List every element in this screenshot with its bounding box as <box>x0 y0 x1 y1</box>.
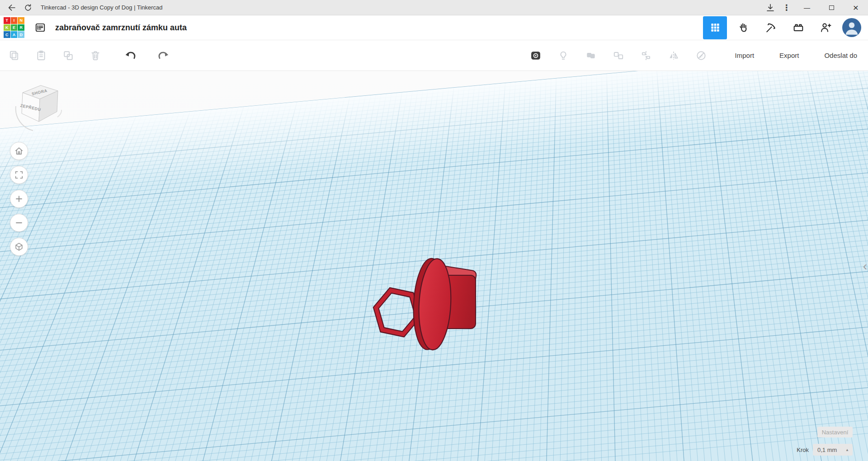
pickaxe-icon <box>764 21 777 34</box>
back-icon <box>7 3 17 13</box>
browser-menu-button[interactable]: ⋮ <box>778 1 795 14</box>
logo-tile: D <box>18 31 24 38</box>
minimize-button[interactable]: — <box>795 0 819 15</box>
zoom-in-button[interactable] <box>10 190 28 208</box>
tinkercad-logo[interactable]: TINKERCAD <box>4 17 24 38</box>
viewport-3d[interactable]: SHORA ZEPŘEDU <box>0 71 868 461</box>
snap-grid-label: Krok <box>797 447 809 453</box>
redo-icon <box>157 49 170 62</box>
paste-button[interactable] <box>31 46 51 66</box>
design-menu-button[interactable] <box>32 19 49 36</box>
shape-tools: Import Export Odeslat do <box>527 47 857 65</box>
logo-tile: K <box>4 24 10 31</box>
snap-grid-select[interactable]: 0,1 mm ▲ <box>813 444 853 456</box>
export-button[interactable]: Export <box>779 52 799 59</box>
ruler-button[interactable] <box>692 47 710 65</box>
gesture-button[interactable] <box>732 16 755 39</box>
design-title: zabraňovač zamrznutí zámku auta <box>55 23 187 33</box>
minecraft-export-button[interactable] <box>760 16 782 39</box>
window-title: Tinkercad - 3D design Copy of Dog | Tink… <box>41 4 163 11</box>
dashboard-grid-icon <box>709 22 721 33</box>
copy-button[interactable] <box>4 46 24 66</box>
person-plus-icon <box>820 21 832 34</box>
paste-icon <box>35 50 47 61</box>
send-to-button[interactable]: Odeslat do <box>824 52 857 59</box>
copy-icon <box>8 50 20 61</box>
brick-export-button[interactable] <box>787 16 810 39</box>
ruler-icon <box>695 50 707 61</box>
avatar-person-icon <box>842 18 861 37</box>
align-button[interactable] <box>637 47 655 65</box>
snap-grid-row: Krok 0,1 mm ▲ <box>797 444 853 456</box>
refresh-icon <box>24 3 33 12</box>
menu-dots-icon: ⋮ <box>783 3 791 13</box>
logo-tile: N <box>18 17 24 24</box>
browser-titlebar: Tinkercad - 3D design Copy of Dog | Tink… <box>0 0 868 15</box>
download-button[interactable] <box>762 1 778 14</box>
io-buttons: Import Export Odeslat do <box>735 52 857 59</box>
align-icon <box>640 50 652 61</box>
edit-toolbar: Import Export Odeslat do <box>0 40 868 71</box>
group-button[interactable] <box>582 47 600 65</box>
maximize-icon <box>829 5 834 10</box>
delete-button[interactable] <box>85 46 105 66</box>
chevron-left-icon: ‹ <box>863 259 867 273</box>
view-controls <box>10 142 28 256</box>
home-icon <box>14 146 24 156</box>
perspective-cube-icon <box>14 242 24 252</box>
mirror-icon <box>668 50 679 61</box>
light-button[interactable] <box>554 47 572 65</box>
trash-icon <box>90 50 101 61</box>
settings-button[interactable]: Nastavení <box>817 427 853 437</box>
lightbulb-icon <box>557 50 569 61</box>
logo-tile: C <box>4 31 10 38</box>
logo-tile: R <box>18 24 24 31</box>
group-icon <box>585 50 597 61</box>
home-view-button[interactable] <box>10 142 28 160</box>
model-disc <box>411 258 453 351</box>
close-icon: × <box>853 2 859 13</box>
mirror-button[interactable] <box>665 47 683 65</box>
zoom-out-button[interactable] <box>10 214 28 232</box>
logo-tile: E <box>11 24 18 31</box>
back-button[interactable] <box>4 1 20 14</box>
header-actions <box>703 16 868 39</box>
duplicate-button[interactable] <box>58 46 78 66</box>
model-red-plug[interactable] <box>362 253 484 363</box>
minus-icon <box>14 218 24 228</box>
panel-collapse-button[interactable]: ‹ <box>863 260 867 273</box>
brick-icon <box>792 21 805 34</box>
tinkercad-app: Tinkercad - 3D design Copy of Dog | Tink… <box>0 0 868 461</box>
viewcube-compass-right <box>57 110 61 117</box>
clipboard-tools <box>4 46 173 66</box>
maximize-button[interactable] <box>819 0 844 15</box>
hand-icon <box>737 21 750 34</box>
dashboard-button[interactable] <box>703 16 727 39</box>
view-cube[interactable]: SHORA ZEPŘEDU <box>13 79 63 133</box>
avatar-button[interactable] <box>842 18 861 37</box>
plus-icon <box>14 194 24 204</box>
import-button[interactable]: Import <box>735 52 755 59</box>
duplicate-icon <box>62 50 74 61</box>
download-icon <box>765 3 775 13</box>
redo-button[interactable] <box>153 46 173 66</box>
logo-tile: A <box>11 31 18 38</box>
ungroup-icon <box>613 50 624 61</box>
fit-view-icon <box>14 170 24 180</box>
undo-icon <box>124 49 137 62</box>
caret-up-icon: ▲ <box>845 448 849 452</box>
show-all-button[interactable] <box>527 47 545 65</box>
logo-tile: T <box>4 17 10 24</box>
refresh-button[interactable] <box>20 1 36 14</box>
minimize-icon: — <box>804 5 810 11</box>
perspective-toggle-button[interactable] <box>10 238 28 256</box>
collaborate-button[interactable] <box>815 16 837 39</box>
undo-button[interactable] <box>121 46 141 66</box>
close-button[interactable]: × <box>844 0 868 15</box>
show-all-eye-icon <box>529 49 542 62</box>
ungroup-button[interactable] <box>609 47 627 65</box>
snap-grid-value: 0,1 mm <box>817 447 837 453</box>
design-list-icon <box>34 22 46 33</box>
fit-view-button[interactable] <box>10 166 28 184</box>
app-header: TINKERCAD zabraňovač zamrznutí zámku aut… <box>0 15 868 40</box>
